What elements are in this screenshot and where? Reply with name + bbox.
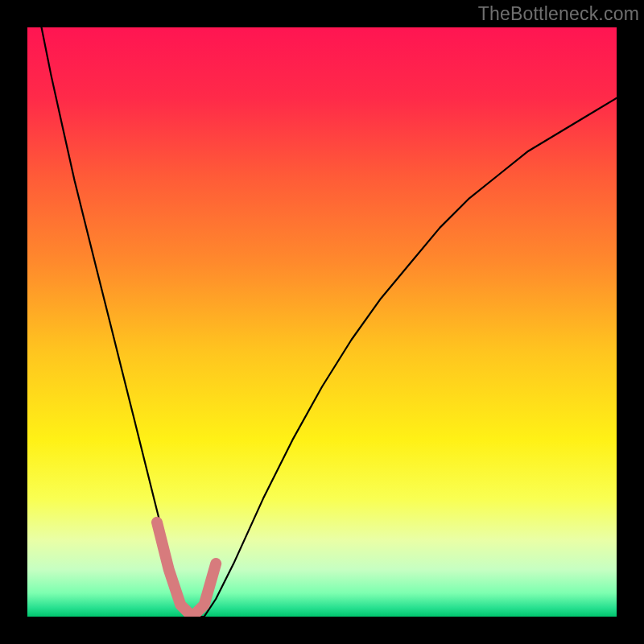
watermark-text: TheBottleneck.com: [478, 3, 639, 25]
plot-area: [27, 27, 617, 617]
bottleneck-curve: [27, 27, 617, 617]
outer-frame: TheBottleneck.com: [0, 0, 644, 644]
